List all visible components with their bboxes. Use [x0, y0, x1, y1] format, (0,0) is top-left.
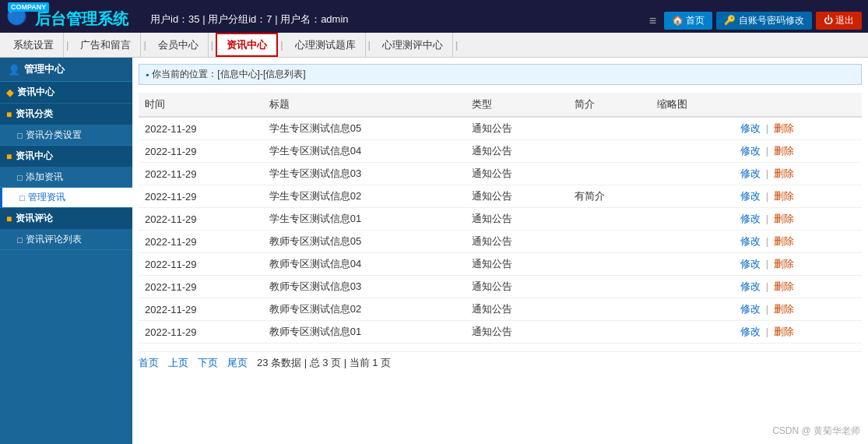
cell-actions: 修改 | 删除: [734, 208, 862, 231]
table-row: 2022-11-29 教师专区测试信息03 通知公告 修改 | 删除: [139, 276, 862, 298]
action-edit-7[interactable]: 修改: [740, 280, 761, 292]
cell-thumbnail: [651, 231, 734, 253]
nav-item-psych-eval[interactable]: 心理测评中心: [373, 33, 453, 57]
action-delete-7[interactable]: 删除: [774, 280, 794, 292]
cell-actions: 修改 | 删除: [734, 185, 862, 208]
cell-summary: [568, 163, 652, 185]
table-row: 2022-11-29 教师专区测试信息05 通知公告 修改 | 删除: [139, 231, 862, 253]
cell-date: 2022-11-29: [139, 253, 263, 276]
table-row: 2022-11-29 学生专区测试信息04 通知公告 修改 | 删除: [139, 140, 862, 163]
cell-type: 通知公告: [466, 253, 568, 276]
section-square-icon-1: ■: [6, 109, 12, 120]
nav-item-psych-test[interactable]: 心理测试题库: [286, 33, 366, 57]
action-edit-9[interactable]: 修改: [740, 326, 761, 337]
section-square-icon-3: ■: [6, 213, 12, 224]
cell-type: 通知公告: [466, 208, 568, 231]
page-last[interactable]: 尾页: [227, 356, 248, 370]
sidebar-section-label-comments: 资讯评论: [16, 212, 53, 225]
table-row: 2022-11-29 学生专区测试信息02 通知公告 有简介 修改 | 删除: [139, 185, 862, 208]
action-edit-4[interactable]: 修改: [740, 213, 761, 224]
sidebar-item-manage-news[interactable]: □ 管理资讯: [0, 188, 132, 208]
action-delete-3[interactable]: 删除: [774, 190, 794, 202]
sidebar-item-label-comments-list: 资讯评论列表: [26, 233, 82, 246]
sidebar-item-comments-list[interactable]: □ 资讯评论列表: [0, 230, 132, 250]
action-delete-9[interactable]: 删除: [774, 326, 794, 337]
nav-item-ads[interactable]: 广告和留言: [71, 33, 141, 57]
action-edit-3[interactable]: 修改: [740, 190, 761, 202]
section-diamond-icon: ◆: [6, 87, 13, 98]
top-bar: COMPANY 🔵 后台管理系统 用户id：35 | 用户分组id：7 | 用户…: [0, 0, 868, 33]
cell-date: 2022-11-29: [139, 298, 263, 321]
cell-summary: [568, 208, 652, 231]
col-header-thumbnail: 缩略图: [651, 93, 734, 117]
sidebar-header-label: 管理中心: [24, 62, 65, 76]
menu-icon: ≡: [649, 14, 656, 28]
cell-thumbnail: [651, 117, 734, 140]
nav-bar: 系统设置 | 广告和留言 | 会员中心 | 资讯中心 | 心理测试题库 | 心理…: [0, 33, 868, 58]
nav-item-system-settings[interactable]: 系统设置: [4, 33, 64, 57]
page-next[interactable]: 下页: [198, 356, 218, 370]
cell-title: 教师专区测试信息02: [263, 298, 466, 321]
sidebar-item-add-news[interactable]: □ 添加资讯: [0, 167, 132, 188]
sidebar-item-category-settings[interactable]: □ 资讯分类设置: [0, 125, 132, 146]
action-delete-0[interactable]: 删除: [774, 122, 794, 134]
cell-title: 教师专区测试信息01: [263, 321, 466, 344]
main-area: 👤 管理中心 ◆ 资讯中心 ■ 资讯分类 □ 资讯分类设置 ■ 资讯中心 □ 添…: [0, 58, 868, 444]
cell-date: 2022-11-29: [139, 185, 263, 208]
data-table: 时间 标题 类型 简介 缩略图 2022-11-29 学生专区测试信息05 通知…: [139, 93, 862, 344]
item-box-icon-2: □: [17, 173, 23, 182]
breadcrumb: ▪ 你当前的位置：[信息中心]-[信息列表]: [139, 64, 862, 85]
user-info: 用户id：35 | 用户分组id：7 | 用户名：admin: [150, 12, 349, 26]
home-button[interactable]: 🏠 首页: [664, 12, 712, 30]
action-edit-1[interactable]: 修改: [740, 145, 761, 157]
page-first[interactable]: 首页: [139, 356, 159, 370]
account-button[interactable]: 🔑 自账号密码修改: [716, 12, 811, 30]
action-edit-2[interactable]: 修改: [740, 167, 761, 179]
cell-actions: 修改 | 删除: [734, 253, 862, 276]
sidebar-section-category[interactable]: ■ 资讯分类: [0, 104, 132, 125]
cell-type: 通知公告: [466, 140, 568, 163]
action-edit-6[interactable]: 修改: [740, 258, 761, 270]
action-edit-0[interactable]: 修改: [740, 122, 761, 134]
action-delete-4[interactable]: 删除: [774, 213, 794, 224]
action-delete-1[interactable]: 删除: [774, 145, 794, 157]
action-delete-6[interactable]: 删除: [774, 258, 794, 270]
sidebar-header-icon: 👤: [8, 64, 20, 76]
watermark: CSDN @ 黄菊华老师: [772, 425, 860, 438]
section-square-icon-2: ■: [6, 151, 12, 162]
action-delete-5[interactable]: 删除: [774, 235, 794, 247]
item-box-icon-3: □: [19, 193, 25, 203]
cell-title: 学生专区测试信息05: [263, 117, 466, 140]
cell-type: 通知公告: [466, 321, 568, 344]
action-edit-8[interactable]: 修改: [740, 303, 761, 315]
table-row: 2022-11-29 教师专区测试信息02 通知公告 修改 | 删除: [139, 298, 862, 321]
cell-thumbnail: [651, 163, 734, 185]
logout-button[interactable]: ⏻ 退出: [816, 12, 862, 30]
cell-date: 2022-11-29: [139, 140, 263, 163]
cell-actions: 修改 | 删除: [734, 140, 862, 163]
sidebar-section-label-news2: 资讯中心: [16, 150, 53, 163]
cell-type: 通知公告: [466, 298, 568, 321]
action-edit-5[interactable]: 修改: [740, 235, 761, 247]
cell-thumbnail: [651, 185, 734, 208]
action-delete-2[interactable]: 删除: [774, 167, 794, 179]
company-tag: COMPANY: [8, 2, 49, 12]
action-delete-8[interactable]: 删除: [774, 303, 794, 315]
sidebar-item-label-add-news: 添加资讯: [26, 171, 63, 184]
cell-date: 2022-11-29: [139, 321, 263, 344]
table-row: 2022-11-29 教师专区测试信息01 通知公告 修改 | 删除: [139, 321, 862, 344]
cell-actions: 修改 | 删除: [734, 276, 862, 298]
pagination: 首页 上页 下页 尾页 23 条数据 | 总 3 页 | 当前 1 页: [139, 351, 862, 374]
page-prev[interactable]: 上页: [168, 356, 188, 370]
sidebar-section-news[interactable]: ■ 资讯中心: [0, 146, 132, 167]
nav-item-members[interactable]: 会员中心: [149, 33, 209, 57]
nav-item-news[interactable]: 资讯中心: [216, 33, 278, 57]
col-header-actions: [734, 93, 862, 117]
table-row: 2022-11-29 教师专区测试信息04 通知公告 修改 | 删除: [139, 253, 862, 276]
cell-summary: [568, 253, 652, 276]
breadcrumb-icon: ▪: [146, 69, 149, 80]
sidebar-section-news-center[interactable]: ◆ 资讯中心: [0, 82, 132, 104]
sidebar-item-label-category-settings: 资讯分类设置: [26, 129, 82, 142]
cell-actions: 修改 | 删除: [734, 117, 862, 140]
sidebar-section-comments[interactable]: ■ 资讯评论: [0, 208, 132, 230]
